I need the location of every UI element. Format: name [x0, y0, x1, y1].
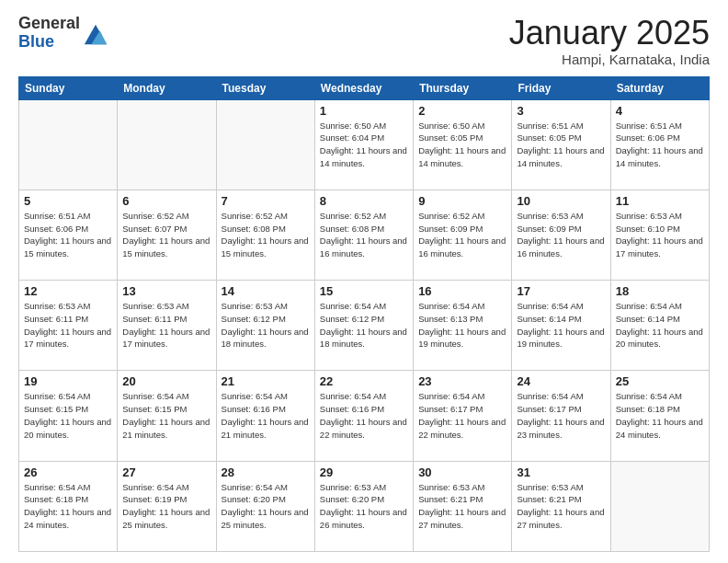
calendar-cell: 8Sunrise: 6:52 AMSunset: 6:08 PMDaylight… [314, 190, 413, 280]
day-number: 20 [122, 374, 210, 388]
calendar-cell: 22Sunrise: 6:54 AMSunset: 6:16 PMDayligh… [314, 371, 413, 461]
day-info: Sunrise: 6:52 AMSunset: 6:09 PMDaylight:… [418, 210, 506, 260]
day-number: 16 [418, 284, 506, 298]
day-number: 8 [320, 194, 408, 208]
calendar-cell: 24Sunrise: 6:54 AMSunset: 6:17 PMDayligh… [512, 371, 610, 461]
calendar-cell: 2Sunrise: 6:50 AMSunset: 6:05 PMDaylight… [414, 99, 512, 190]
day-number: 15 [320, 284, 408, 298]
calendar-cell: 3Sunrise: 6:51 AMSunset: 6:05 PMDaylight… [512, 99, 610, 190]
weekday-header-monday: Monday [118, 76, 216, 99]
page: General Blue January 2025 Hampi, Karnata… [0, 0, 728, 563]
day-number: 12 [24, 284, 112, 298]
week-row-4: 19Sunrise: 6:54 AMSunset: 6:15 PMDayligh… [19, 371, 710, 461]
day-number: 10 [517, 194, 605, 208]
day-number: 7 [222, 194, 310, 208]
day-info: Sunrise: 6:52 AMSunset: 6:08 PMDaylight:… [222, 210, 310, 260]
weekday-header-friday: Friday [512, 76, 610, 99]
calendar-cell [610, 461, 709, 551]
header: General Blue January 2025 Hampi, Karnata… [18, 15, 710, 67]
calendar-cell: 13Sunrise: 6:53 AMSunset: 6:11 PMDayligh… [118, 281, 216, 371]
logo: General Blue [18, 15, 108, 52]
day-number: 27 [122, 465, 210, 479]
calendar-cell: 4Sunrise: 6:51 AMSunset: 6:06 PMDaylight… [610, 99, 709, 190]
day-number: 26 [24, 465, 112, 479]
calendar-cell: 5Sunrise: 6:51 AMSunset: 6:06 PMDaylight… [19, 190, 118, 280]
day-number: 23 [418, 374, 506, 388]
title-block: January 2025 Hampi, Karnataka, India [509, 15, 710, 67]
day-number: 31 [517, 465, 605, 479]
calendar-cell: 30Sunrise: 6:53 AMSunset: 6:21 PMDayligh… [414, 461, 512, 551]
calendar-cell: 18Sunrise: 6:54 AMSunset: 6:14 PMDayligh… [610, 281, 709, 371]
calendar-cell: 28Sunrise: 6:54 AMSunset: 6:20 PMDayligh… [216, 461, 314, 551]
day-info: Sunrise: 6:54 AMSunset: 6:19 PMDaylight:… [122, 481, 210, 532]
calendar-cell: 19Sunrise: 6:54 AMSunset: 6:15 PMDayligh… [19, 371, 118, 461]
day-info: Sunrise: 6:52 AMSunset: 6:08 PMDaylight:… [320, 210, 408, 260]
weekday-header-sunday: Sunday [19, 76, 118, 99]
day-info: Sunrise: 6:54 AMSunset: 6:16 PMDaylight:… [320, 390, 408, 441]
day-info: Sunrise: 6:53 AMSunset: 6:09 PMDaylight:… [517, 210, 605, 260]
day-info: Sunrise: 6:54 AMSunset: 6:15 PMDaylight:… [24, 390, 112, 441]
day-info: Sunrise: 6:53 AMSunset: 6:10 PMDaylight:… [616, 210, 704, 260]
logo-blue: Blue [18, 33, 80, 52]
logo-icon [83, 20, 108, 46]
day-info: Sunrise: 6:52 AMSunset: 6:07 PMDaylight:… [122, 210, 210, 260]
calendar-cell: 1Sunrise: 6:50 AMSunset: 6:04 PMDaylight… [314, 99, 413, 190]
calendar-cell: 25Sunrise: 6:54 AMSunset: 6:18 PMDayligh… [610, 371, 709, 461]
day-number: 5 [24, 194, 112, 208]
calendar-cell: 23Sunrise: 6:54 AMSunset: 6:17 PMDayligh… [414, 371, 512, 461]
calendar-cell [19, 99, 118, 190]
day-info: Sunrise: 6:53 AMSunset: 6:21 PMDaylight:… [418, 481, 506, 532]
weekday-header-row: SundayMondayTuesdayWednesdayThursdayFrid… [19, 76, 710, 99]
calendar-cell: 6Sunrise: 6:52 AMSunset: 6:07 PMDaylight… [118, 190, 216, 280]
day-info: Sunrise: 6:51 AMSunset: 6:06 PMDaylight:… [24, 210, 112, 260]
day-info: Sunrise: 6:54 AMSunset: 6:20 PMDaylight:… [222, 481, 310, 532]
day-info: Sunrise: 6:51 AMSunset: 6:06 PMDaylight:… [616, 120, 704, 170]
weekday-header-tuesday: Tuesday [216, 76, 314, 99]
day-info: Sunrise: 6:54 AMSunset: 6:18 PMDaylight:… [24, 481, 112, 532]
week-row-5: 26Sunrise: 6:54 AMSunset: 6:18 PMDayligh… [19, 461, 710, 551]
calendar-cell [216, 99, 314, 190]
day-info: Sunrise: 6:50 AMSunset: 6:04 PMDaylight:… [320, 120, 408, 170]
day-info: Sunrise: 6:53 AMSunset: 6:11 PMDaylight:… [24, 300, 112, 350]
day-info: Sunrise: 6:50 AMSunset: 6:05 PMDaylight:… [418, 120, 506, 170]
day-info: Sunrise: 6:53 AMSunset: 6:20 PMDaylight:… [320, 481, 408, 532]
day-info: Sunrise: 6:54 AMSunset: 6:15 PMDaylight:… [122, 390, 210, 441]
day-number: 3 [517, 104, 605, 118]
calendar-cell: 14Sunrise: 6:53 AMSunset: 6:12 PMDayligh… [216, 281, 314, 371]
day-number: 24 [517, 374, 605, 388]
calendar-cell: 7Sunrise: 6:52 AMSunset: 6:08 PMDaylight… [216, 190, 314, 280]
day-number: 21 [222, 374, 310, 388]
day-info: Sunrise: 6:54 AMSunset: 6:18 PMDaylight:… [616, 390, 704, 441]
day-info: Sunrise: 6:54 AMSunset: 6:17 PMDaylight:… [418, 390, 506, 441]
day-number: 4 [616, 104, 704, 118]
day-info: Sunrise: 6:53 AMSunset: 6:21 PMDaylight:… [517, 481, 605, 532]
calendar-table: SundayMondayTuesdayWednesdayThursdayFrid… [18, 76, 710, 552]
day-info: Sunrise: 6:54 AMSunset: 6:16 PMDaylight:… [222, 390, 310, 441]
location: Hampi, Karnataka, India [509, 52, 710, 67]
day-number: 30 [418, 465, 506, 479]
day-number: 17 [517, 284, 605, 298]
calendar-cell: 27Sunrise: 6:54 AMSunset: 6:19 PMDayligh… [118, 461, 216, 551]
day-info: Sunrise: 6:54 AMSunset: 6:14 PMDaylight:… [517, 300, 605, 350]
calendar-cell: 21Sunrise: 6:54 AMSunset: 6:16 PMDayligh… [216, 371, 314, 461]
day-info: Sunrise: 6:54 AMSunset: 6:14 PMDaylight:… [616, 300, 704, 350]
day-number: 13 [122, 284, 210, 298]
day-number: 28 [222, 465, 310, 479]
logo-general: General [18, 15, 80, 33]
calendar-cell: 10Sunrise: 6:53 AMSunset: 6:09 PMDayligh… [512, 190, 610, 280]
calendar-cell: 9Sunrise: 6:52 AMSunset: 6:09 PMDaylight… [414, 190, 512, 280]
calendar-cell [118, 99, 216, 190]
week-row-1: 1Sunrise: 6:50 AMSunset: 6:04 PMDaylight… [19, 99, 710, 190]
calendar-cell: 29Sunrise: 6:53 AMSunset: 6:20 PMDayligh… [314, 461, 413, 551]
calendar-cell: 16Sunrise: 6:54 AMSunset: 6:13 PMDayligh… [414, 281, 512, 371]
day-info: Sunrise: 6:54 AMSunset: 6:12 PMDaylight:… [320, 300, 408, 350]
day-number: 9 [418, 194, 506, 208]
day-number: 25 [616, 374, 704, 388]
weekday-header-saturday: Saturday [610, 76, 709, 99]
weekday-header-wednesday: Wednesday [314, 76, 413, 99]
day-number: 14 [222, 284, 310, 298]
day-number: 19 [24, 374, 112, 388]
weekday-header-thursday: Thursday [414, 76, 512, 99]
month-title: January 2025 [509, 15, 710, 52]
day-info: Sunrise: 6:51 AMSunset: 6:05 PMDaylight:… [517, 120, 605, 170]
